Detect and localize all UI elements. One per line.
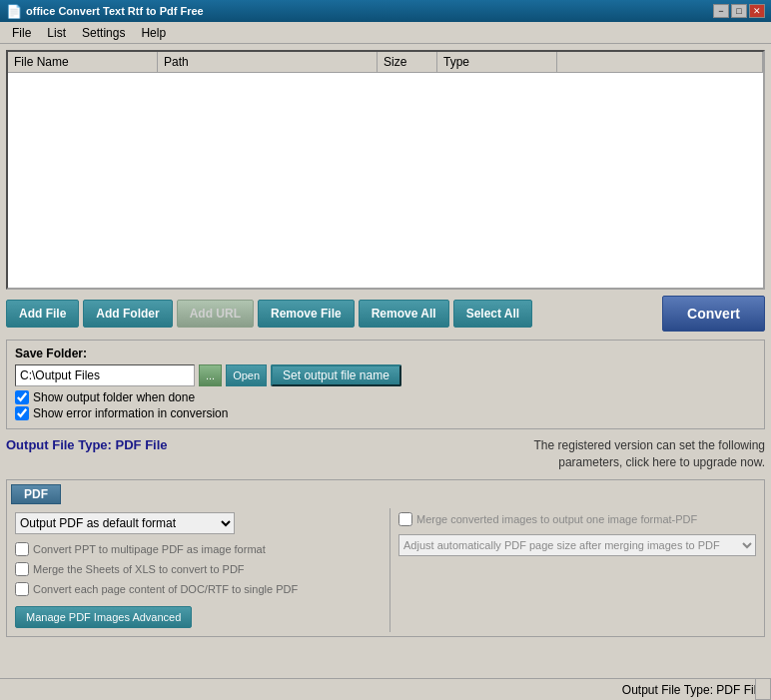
menu-bar: File List Settings Help [0, 22, 771, 44]
save-folder-section: Save Folder: ... Open Set output file na… [6, 340, 765, 429]
add-folder-button[interactable]: Add Folder [83, 300, 172, 328]
ppt-multipage-checkbox[interactable] [15, 542, 29, 556]
select-all-button[interactable]: Select All [453, 300, 533, 328]
file-list-body [8, 73, 763, 287]
single-pdf-label: Convert each page content of DOC/RTF to … [33, 583, 298, 595]
file-list-container: File Name Path Size Type [6, 50, 765, 290]
toolbar: Add File Add Folder Add URL Remove File … [6, 296, 765, 332]
browse-button[interactable]: ... [199, 364, 222, 386]
app-icon: 📄 [6, 4, 22, 19]
save-folder-label: Save Folder: [15, 347, 756, 360]
convert-button[interactable]: Convert [662, 296, 765, 332]
add-file-button[interactable]: Add File [6, 300, 79, 328]
col-path: Path [158, 52, 378, 72]
set-output-button[interactable]: Set output file name [271, 364, 401, 386]
merge-xls-checkbox[interactable] [15, 562, 29, 576]
minimize-button[interactable]: − [713, 4, 729, 18]
title-bar: 📄 office Convert Text Rtf to Pdf Free − … [0, 0, 771, 22]
upgrade-text[interactable]: The registered version can set the follo… [188, 437, 765, 471]
maximize-button[interactable]: □ [731, 4, 747, 18]
show-output-folder-label: Show output folder when done [33, 390, 195, 404]
status-text: Output File Type: PDF File [622, 683, 763, 697]
save-path-input[interactable] [15, 364, 195, 386]
manage-pdf-images-button[interactable]: Manage PDF Images Advanced [15, 606, 192, 628]
merge-images-pdf-label: Merge converted images to output one ima… [416, 513, 697, 525]
menu-file[interactable]: File [4, 24, 39, 42]
output-file-type-label: Output File Type: PDF File [6, 437, 168, 452]
remove-all-button[interactable]: Remove All [359, 300, 449, 328]
pdf-tab: PDF [11, 484, 61, 504]
menu-list[interactable]: List [39, 24, 74, 42]
merge-xls-label: Merge the Sheets of XLS to convert to PD… [33, 563, 245, 575]
adjust-page-size-select[interactable]: Adjust automatically PDF page size after… [398, 534, 756, 556]
single-pdf-checkbox[interactable] [15, 582, 29, 596]
file-list-header: File Name Path Size Type [8, 52, 763, 73]
add-url-button[interactable]: Add URL [177, 300, 254, 328]
merge-images-pdf-checkbox[interactable] [398, 512, 412, 526]
status-bar: Output File Type: PDF File [0, 678, 771, 700]
show-error-info-checkbox[interactable] [15, 406, 29, 420]
col-extra [557, 52, 763, 72]
remove-file-button[interactable]: Remove File [258, 300, 355, 328]
main-content: File Name Path Size Type Add File Add Fo… [0, 44, 771, 643]
scrollbar-corner [755, 678, 771, 700]
menu-help[interactable]: Help [133, 24, 174, 42]
menu-settings[interactable]: Settings [74, 24, 133, 42]
output-section: Output File Type: PDF File The registere… [6, 437, 765, 471]
pdf-format-select[interactable]: Output PDF as default format [15, 512, 235, 534]
app-title: office Convert Text Rtf to Pdf Free [26, 5, 204, 17]
col-type: Type [437, 52, 557, 72]
ppt-multipage-label: Convert PPT to multipage PDF as image fo… [33, 543, 266, 555]
pdf-section: PDF Output PDF as default format Convert… [6, 479, 765, 637]
open-button[interactable]: Open [226, 364, 267, 386]
col-size: Size [378, 52, 437, 72]
show-output-folder-checkbox[interactable] [15, 390, 29, 404]
show-error-info-label: Show error information in conversion [33, 406, 228, 420]
col-filename: File Name [8, 52, 158, 72]
close-button[interactable]: ✕ [749, 4, 765, 18]
